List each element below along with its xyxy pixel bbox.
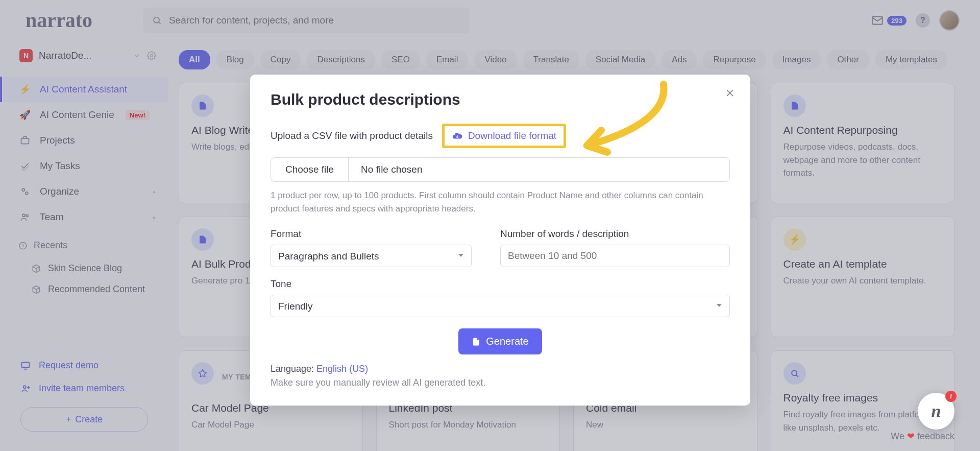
close-button[interactable] xyxy=(725,88,735,101)
format-select[interactable]: Paragraphs and Bullets xyxy=(271,245,472,267)
tone-select[interactable]: Friendly xyxy=(271,295,730,317)
feedback-note[interactable]: We ❤ feedback xyxy=(891,431,954,442)
bulk-product-modal: Bulk product descriptions Upload a CSV f… xyxy=(250,75,750,406)
language-link[interactable]: English (US) xyxy=(316,364,368,374)
file-icon xyxy=(472,337,481,346)
modal-title: Bulk product descriptions xyxy=(271,91,730,108)
chat-glyph: n xyxy=(932,401,941,421)
chat-badge: 1 xyxy=(945,391,957,402)
cloud-download-icon xyxy=(452,130,463,141)
review-note: Make sure you manually review all AI gen… xyxy=(271,377,730,388)
upload-label: Upload a CSV file with product details xyxy=(271,130,433,141)
words-input[interactable] xyxy=(500,245,730,267)
helper-text: 1 product per row, up to 100 products. F… xyxy=(271,189,730,215)
format-label: Format xyxy=(271,228,472,240)
words-label: Number of words / description xyxy=(500,228,730,240)
file-status: No file chosen xyxy=(349,164,422,175)
file-picker: Choose file No file chosen xyxy=(271,157,730,182)
generate-button[interactable]: Generate xyxy=(458,328,542,354)
tone-label: Tone xyxy=(271,278,730,290)
heart-icon: ❤ xyxy=(907,431,915,441)
choose-file-button[interactable]: Choose file xyxy=(271,158,349,181)
close-icon xyxy=(725,88,735,98)
chat-button[interactable]: n 1 xyxy=(918,393,954,430)
download-file-format-link[interactable]: Download file format xyxy=(445,126,564,146)
language-line: Language: English (US) xyxy=(271,364,730,374)
